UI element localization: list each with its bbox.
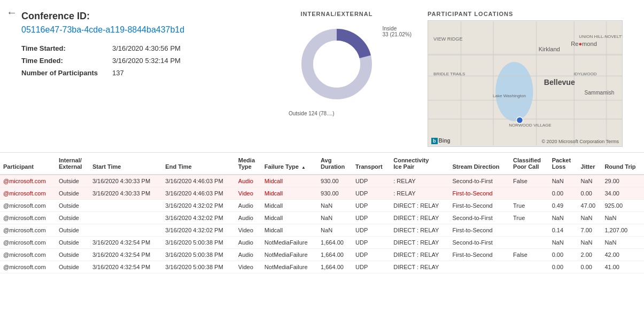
map-copyright: © 2020 Microsoft Corporation Terms (541, 139, 619, 144)
table-cell-jitter: NaN (578, 175, 602, 187)
table-cell-media_type: Audio (235, 211, 261, 224)
svg-text:Lake Washington: Lake Washington (493, 93, 526, 98)
table-cell-avg_duration: NaN (317, 224, 352, 236)
col-media-type[interactable]: MediaType (235, 153, 261, 175)
table-cell-jitter: NaN (578, 236, 602, 248)
table-cell-transport: UDP (352, 261, 390, 273)
table-cell-failure_type: Midcall (261, 175, 317, 187)
map-svg: Bellevue Kirkland Re●mond VIEW RIDGE Sam… (428, 21, 622, 146)
table-cell-start_time: 3/16/2020 4:30:33 PM (89, 175, 162, 187)
sort-arrow-up: ▲ (301, 165, 306, 170)
table-cell-jitter: NaN (578, 211, 602, 224)
table-cell-connectivity_ice_pair: DIRECT : RELAY (390, 224, 449, 236)
svg-text:NORWOOD VILLAGE: NORWOOD VILLAGE (509, 123, 552, 128)
col-avg-duration[interactable]: AvgDuration (317, 153, 352, 175)
table-cell-packet_loss: 0.49 (549, 199, 578, 211)
table-cell-internal_external: Outside (56, 236, 89, 248)
table-cell-classified_poor_call (510, 261, 549, 273)
table-cell-packet_loss: 0.00 (549, 187, 578, 199)
col-classified-poor-call[interactable]: ClassifiedPoor Call (510, 153, 549, 175)
col-transport[interactable]: Transport (352, 153, 390, 175)
table-row: @microsoft.comOutside3/16/2020 4:32:54 P… (0, 248, 644, 261)
table-row: @microsoft.comOutside3/16/2020 4:32:02 P… (0, 224, 644, 236)
map-title: PARTICIPANT LOCATIONS (428, 11, 623, 17)
table-cell-avg_duration: 1,664.00 (317, 248, 352, 261)
table-cell-failure_type: NotMediaFailure (261, 248, 317, 261)
outside-label: Outside 124 (78....) (283, 111, 390, 116)
table-cell-classified_poor_call (510, 224, 549, 236)
table-cell-start_time: 3/16/2020 4:32:54 PM (89, 248, 162, 261)
table-cell-participant: @microsoft.com (0, 224, 56, 236)
table-cell-participant: @microsoft.com (0, 236, 56, 248)
table-cell-media_type: Audio (235, 248, 261, 261)
svg-point-2 (313, 41, 360, 88)
col-connectivity[interactable]: ConnectivityIce Pair (390, 153, 449, 175)
table-cell-failure_type: Midcall (261, 199, 317, 211)
table-cell-end_time: 3/16/2020 5:00:38 PM (162, 248, 235, 261)
table-cell-internal_external: Outside (56, 261, 89, 273)
table-cell-participant[interactable]: @microsoft.com (0, 175, 56, 187)
table-row: @microsoft.comOutside3/16/2020 4:30:33 P… (0, 187, 644, 199)
table-cell-avg_duration: 930.00 (317, 187, 352, 199)
svg-text:Kirkland: Kirkland (539, 46, 560, 52)
col-start-time[interactable]: Start Time (89, 153, 162, 175)
table-cell-avg_duration: NaN (317, 199, 352, 211)
col-end-time[interactable]: End Time (162, 153, 235, 175)
table-cell-start_time (89, 211, 162, 224)
bing-logo: b Bing (431, 138, 451, 144)
table-cell-internal_external: Outside (56, 187, 89, 199)
table-cell-transport: UDP (352, 211, 390, 224)
table-cell-round_trip: NaN (601, 236, 644, 248)
table-cell-classified_poor_call: False (510, 248, 549, 261)
participants-value: 137 (112, 69, 246, 77)
table-cell-media_type: Video (235, 187, 261, 199)
conference-id-value[interactable]: 05116e47-73ba-4cde-a119-8844ba437b1d (21, 25, 246, 35)
back-button[interactable]: ← (6, 6, 17, 19)
table-cell-round_trip: 29.00 (601, 175, 644, 187)
table-cell-round_trip: 34.00 (601, 187, 644, 199)
col-jitter[interactable]: Jitter (578, 153, 602, 175)
col-stream-direction[interactable]: Stream Direction (449, 153, 510, 175)
table-cell-round_trip: NaN (601, 211, 644, 224)
svg-rect-11 (493, 21, 494, 145)
table-cell-media_type: Audio (235, 175, 261, 187)
table-cell-end_time: 3/16/2020 4:46:03 PM (162, 175, 235, 187)
time-started-label: Time Started: (21, 44, 112, 52)
table-cell-end_time: 3/16/2020 4:32:02 PM (162, 199, 235, 211)
table-cell-classified_poor_call (510, 236, 549, 248)
svg-text:IDYLWOOD: IDYLWOOD (573, 72, 596, 76)
svg-text:Sammamish: Sammamish (584, 90, 614, 96)
table-cell-connectivity_ice_pair: DIRECT : RELAY (390, 211, 449, 224)
table-cell-internal_external: Outside (56, 248, 89, 261)
col-round-trip[interactable]: Round Trip (601, 153, 644, 175)
table-cell-failure_type: Midcall (261, 224, 317, 236)
table-cell-end_time: 3/16/2020 4:46:03 PM (162, 187, 235, 199)
table-cell-packet_loss: 0.00 (549, 261, 578, 273)
table-cell-internal_external: Outside (56, 211, 89, 224)
table-cell-end_time: 3/16/2020 4:32:02 PM (162, 211, 235, 224)
col-failure-type[interactable]: Failure Type ▲ (261, 153, 317, 175)
table-cell-connectivity_ice_pair: DIRECT : RELAY (390, 248, 449, 261)
svg-text:Re●mond: Re●mond (571, 41, 597, 47)
participants-label: Number of Participants (21, 69, 112, 77)
table-cell-failure_type: Midcall (261, 211, 317, 224)
donut-chart-section: INTERNAL/EXTERNAL Inside 33 (21.02%) (257, 11, 417, 147)
table-cell-transport: UDP (352, 236, 390, 248)
table-cell-jitter: 0.00 (578, 261, 602, 273)
col-packet-loss[interactable]: PacketLoss (549, 153, 578, 175)
table-row: @microsoft.comOutside3/16/2020 4:32:02 P… (0, 199, 644, 211)
col-participant[interactable]: Participant (0, 153, 56, 175)
table-cell-jitter: 47.00 (578, 199, 602, 211)
svg-text:BRIDLE TRAILS: BRIDLE TRAILS (433, 72, 465, 76)
table-cell-participant[interactable]: @microsoft.com (0, 187, 56, 199)
svg-rect-14 (606, 21, 607, 145)
table-wrapper[interactable]: Participant Internal/External Start Time… (0, 153, 644, 273)
table-cell-packet_loss: NaN (549, 236, 578, 248)
table-cell-media_type: Audio (235, 199, 261, 211)
table-cell-round_trip: 1,207.00 (601, 224, 644, 236)
table-cell-start_time: 3/16/2020 4:32:54 PM (89, 261, 162, 273)
svg-rect-6 (428, 54, 622, 56)
inside-label: Inside 33 (21.02%) (383, 26, 412, 37)
col-internal-external[interactable]: Internal/External (56, 153, 89, 175)
table-body: @microsoft.comOutside3/16/2020 4:30:33 P… (0, 175, 644, 273)
